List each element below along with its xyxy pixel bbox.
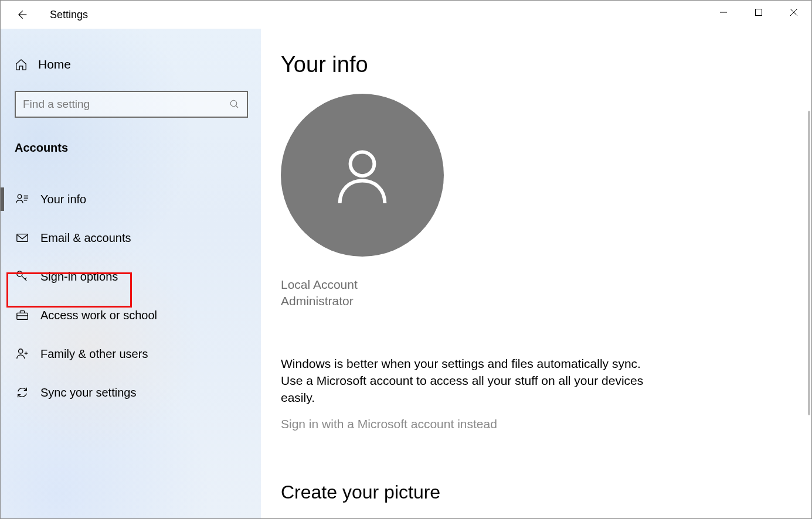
create-picture-heading: Create your picture <box>281 482 795 503</box>
minimize-button[interactable] <box>706 1 741 24</box>
sidebar-item-label: Sign-in options <box>40 270 118 284</box>
sidebar-item-label: Access work or school <box>40 309 157 322</box>
sidebar: Home Accounts Your info Email & <box>1 29 261 518</box>
sidebar-item-family-other-users[interactable]: Family & other users <box>15 337 247 370</box>
maximize-button[interactable] <box>741 1 776 24</box>
back-button[interactable] <box>8 1 36 29</box>
sync-icon <box>16 386 29 399</box>
svg-point-6 <box>19 349 23 353</box>
sidebar-item-home[interactable]: Home <box>15 52 247 77</box>
svg-point-4 <box>17 271 22 276</box>
briefcase-icon <box>16 309 29 322</box>
svg-rect-5 <box>17 313 28 319</box>
mail-icon <box>16 231 29 244</box>
sidebar-item-sign-in-options[interactable]: Sign-in options <box>15 260 247 293</box>
svg-point-7 <box>351 152 375 176</box>
sync-description: Windows is better when your settings and… <box>281 356 656 407</box>
sidebar-item-email-accounts[interactable]: Email & accounts <box>15 221 247 254</box>
sidebar-item-sync-settings[interactable]: Sync your settings <box>15 376 247 409</box>
scrollbar-thumb[interactable] <box>808 111 810 415</box>
svg-point-2 <box>18 194 21 198</box>
home-icon <box>15 58 28 71</box>
sidebar-item-label: Your info <box>40 193 86 206</box>
key-icon <box>16 270 29 283</box>
search-icon <box>229 99 240 110</box>
window-title: Settings <box>50 9 88 21</box>
back-arrow-icon <box>16 9 28 21</box>
search-input-container[interactable] <box>15 91 248 118</box>
person-list-icon <box>16 193 29 206</box>
sidebar-item-your-info[interactable]: Your info <box>15 183 247 216</box>
sidebar-section-header: Accounts <box>15 141 247 155</box>
account-role-text: Administrator <box>281 293 795 309</box>
svg-rect-0 <box>756 9 762 16</box>
sidebar-nav: Your info Email & accounts Sign-in optio… <box>15 183 247 409</box>
sidebar-item-access-work-school[interactable]: Access work or school <box>15 299 247 332</box>
sidebar-item-label: Email & accounts <box>40 231 131 245</box>
minimize-icon <box>719 8 728 16</box>
sidebar-item-label: Sync your settings <box>40 386 136 400</box>
search-input[interactable] <box>23 98 229 111</box>
sidebar-item-label: Family & other users <box>40 347 148 361</box>
maximize-icon <box>755 8 763 16</box>
person-plus-icon <box>16 347 29 360</box>
title-bar: Settings <box>1 1 811 29</box>
svg-point-1 <box>230 100 237 107</box>
home-label: Home <box>38 57 71 71</box>
sign-in-microsoft-link[interactable]: Sign in with a Microsoft account instead <box>281 417 795 431</box>
svg-rect-3 <box>17 234 28 242</box>
close-button[interactable] <box>776 1 811 24</box>
close-icon <box>790 8 798 16</box>
user-silhouette-icon <box>327 140 397 210</box>
account-type-text: Local Account <box>281 276 795 293</box>
user-avatar <box>281 94 444 257</box>
page-title: Your info <box>281 52 795 77</box>
main-content: Your info Local Account Administrator Wi… <box>261 29 811 518</box>
window-controls <box>706 1 811 24</box>
